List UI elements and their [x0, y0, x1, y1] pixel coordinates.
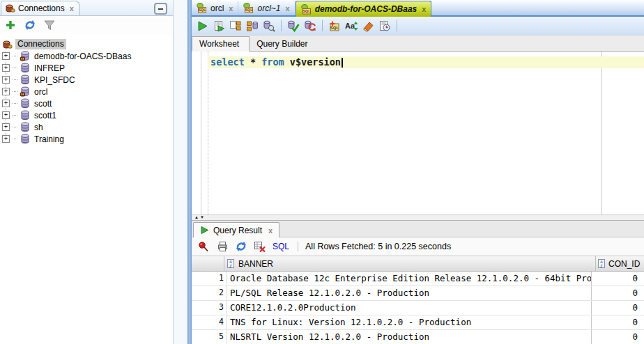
- close-icon[interactable]: x: [70, 5, 74, 12]
- delete-result-button[interactable]: [252, 239, 268, 254]
- refresh-result-button[interactable]: [233, 239, 249, 254]
- sql-tuning-advisor-button[interactable]: [261, 18, 277, 33]
- sql-editor[interactable]: select * from v$version: [192, 52, 644, 214]
- autotrace-icon: [246, 20, 259, 32]
- grid-header-conid[interactable]: A Z CON_ID: [596, 256, 644, 271]
- close-icon[interactable]: x: [286, 5, 290, 12]
- tree-item-scott1[interactable]: + scott1: [0, 109, 173, 121]
- row-number-cell[interactable]: 3: [192, 301, 227, 315]
- tree-item-label: scott: [33, 99, 52, 109]
- banner-cell[interactable]: TNS for Linux: Version 12.1.0.2.0 - Prod…: [227, 315, 592, 329]
- table-row: 5 NLSRTL Version 12.1.0.2.0 - Production…: [192, 330, 644, 344]
- table-row: 1 Oracle Database 12c Enterprise Edition…: [192, 272, 644, 286]
- banner-cell[interactable]: Oracle Database 12c Enterprise Edition R…: [227, 272, 592, 286]
- doc-tab-orcl[interactable]: SQL orcl x: [192, 1, 238, 15]
- tree-root-connections[interactable]: Connections: [0, 38, 173, 50]
- refresh-button[interactable]: [22, 17, 38, 33]
- expand-icon[interactable]: +: [2, 100, 10, 107]
- close-icon[interactable]: x: [229, 5, 233, 12]
- sql-button[interactable]: SQL: [273, 242, 289, 251]
- close-icon[interactable]: x: [422, 6, 426, 13]
- run-statement-icon: [197, 20, 208, 32]
- banner-cell[interactable]: PL/SQL Release 12.1.0.2.0 - Production: [227, 286, 592, 300]
- change-case-button[interactable]: Aa: [344, 18, 359, 33]
- fetch-status: All Rows Fetched: 5 in 0.225 seconds: [305, 242, 451, 251]
- conid-cell[interactable]: 0: [592, 315, 644, 329]
- tab-worksheet[interactable]: Worksheet: [192, 36, 250, 52]
- conid-cell[interactable]: 0: [592, 286, 644, 300]
- row-number-cell[interactable]: 2: [192, 286, 227, 300]
- connections-toolbar: [0, 16, 173, 34]
- filter-button[interactable]: [42, 17, 57, 33]
- doc-tab-label: orcl~1: [257, 3, 280, 13]
- minimize-panel-button[interactable]: [154, 3, 167, 15]
- expand-icon[interactable]: +: [2, 64, 10, 72]
- tree-item-label: scott1: [33, 111, 56, 120]
- run-statement-button[interactable]: [194, 18, 210, 33]
- print-button[interactable]: [215, 239, 230, 254]
- explain-plan-icon: [229, 20, 242, 32]
- sql-history-button[interactable]: [377, 18, 392, 33]
- text-cursor: [342, 58, 343, 68]
- editor-current-line[interactable]: select * from v$version: [208, 56, 644, 68]
- doc-tab-orcl-1[interactable]: SQL orcl~1 x: [238, 1, 295, 15]
- tree-item-demodb[interactable]: + demodb-for-OACS-DBaas: [0, 50, 173, 62]
- sql-worksheet-icon: SQL: [197, 3, 208, 13]
- tree-item-scott[interactable]: + scott: [0, 97, 173, 109]
- expand-icon[interactable]: +: [2, 88, 10, 95]
- tab-query-result[interactable]: Query Result x: [193, 222, 279, 237]
- sql-history-icon: [378, 20, 391, 32]
- expand-icon[interactable]: +: [2, 52, 10, 60]
- autotrace-button[interactable]: [245, 18, 260, 33]
- sql-doc-label: SQL: [245, 8, 253, 12]
- banner-cell[interactable]: CORE12.1.0.2.0Production: [227, 301, 592, 315]
- collapse-down-icon[interactable]: ▼: [200, 216, 204, 219]
- row-number-cell[interactable]: 5: [192, 330, 227, 344]
- row-number-cell[interactable]: 1: [192, 272, 227, 286]
- tree-item-training[interactable]: + Training: [0, 133, 173, 145]
- document-tabbar: SQL orcl x SQL orcl~1 x SQL: [192, 0, 644, 17]
- panel-gap: [174, 0, 187, 344]
- delete-grid-icon: [254, 241, 266, 252]
- conid-cell[interactable]: 0: [592, 330, 644, 344]
- row-number-cell[interactable]: 4: [192, 315, 227, 329]
- expand-icon[interactable]: +: [2, 111, 10, 119]
- tree-item-infrep[interactable]: + INFREP: [0, 62, 173, 74]
- clear-button[interactable]: [360, 18, 376, 33]
- database-icon: [20, 75, 30, 85]
- banner-cell[interactable]: NLSRTL Version 12.1.0.2.0 - Production: [227, 330, 592, 344]
- tree-item-orcl[interactable]: + orcl: [0, 86, 173, 97]
- expand-icon[interactable]: +: [2, 135, 10, 143]
- tree-item-sh[interactable]: + sh: [0, 121, 173, 133]
- add-connection-button[interactable]: [3, 17, 18, 33]
- connections-icon: [5, 3, 15, 13]
- explain-plan-button[interactable]: [228, 18, 243, 33]
- tree-item-kpi-sfdc[interactable]: + KPI_SFDC: [0, 74, 173, 86]
- column-label-conid: CON_ID: [608, 259, 640, 269]
- tab-connections[interactable]: Connections x: [1, 1, 80, 15]
- grid-header-banner[interactable]: A Z BANNER: [224, 256, 596, 271]
- run-script-button[interactable]: [211, 18, 227, 33]
- expand-icon[interactable]: +: [2, 123, 10, 131]
- editor-result-splitter[interactable]: ▲ ▼: [192, 214, 644, 221]
- sort-az-icon: A Z: [598, 259, 605, 268]
- pin-button[interactable]: [196, 239, 211, 254]
- conid-cell[interactable]: 0: [592, 301, 644, 315]
- tab-query-builder[interactable]: Query Builder: [250, 37, 317, 51]
- doc-tab-demodb[interactable]: SQL demodb-for-OACS-DBaas x: [296, 1, 432, 17]
- unshared-worksheet-button[interactable]: SQL: [327, 18, 342, 33]
- collapse-up-icon[interactable]: ▲: [194, 216, 199, 219]
- rollback-button[interactable]: [302, 18, 318, 33]
- doc-tab-label: orcl: [210, 3, 224, 13]
- sql-developer-window: Connections x: [0, 0, 644, 344]
- conid-cell[interactable]: 0: [592, 272, 644, 286]
- tree-connector: [13, 115, 17, 116]
- expand-icon[interactable]: +: [2, 76, 10, 84]
- close-icon[interactable]: x: [268, 227, 273, 234]
- rollback-icon: [304, 20, 316, 32]
- tree-item-label: sh: [33, 123, 43, 132]
- tree-connector: [13, 79, 17, 80]
- grid-header-rownum[interactable]: [192, 256, 224, 271]
- commit-button[interactable]: [286, 18, 301, 33]
- sql-keyword: select: [210, 56, 245, 68]
